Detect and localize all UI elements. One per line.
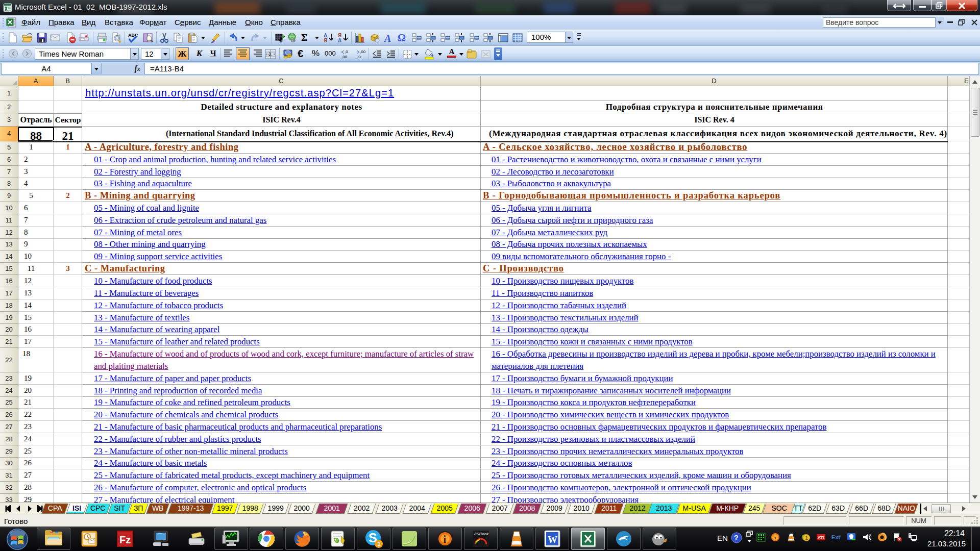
svg-text:,00: ,00 (341, 55, 348, 59)
svg-text:?: ? (734, 534, 739, 542)
svg-text:A: A (383, 33, 391, 43)
svg-text:А: А (338, 38, 341, 43)
svg-text:1: 1 (378, 541, 381, 547)
svg-text:,0: ,0 (357, 55, 361, 59)
svg-text:i: i (444, 534, 447, 545)
svg-text:Ext²: Ext² (831, 534, 841, 540)
svg-text:/!SRock: /!SRock (474, 532, 489, 536)
svg-text:ATI: ATI (818, 535, 825, 540)
svg-text:€: € (279, 37, 282, 43)
svg-text:Fz: Fz (119, 534, 131, 545)
svg-text:,00: ,00 (360, 49, 366, 54)
svg-text:1: 1 (805, 535, 808, 541)
svg-text:W: W (548, 534, 557, 545)
svg-text:,0: ,0 (345, 49, 348, 54)
svg-text:Я: Я (324, 38, 327, 43)
svg-text:a: a (268, 51, 272, 57)
svg-text:i: i (774, 534, 776, 540)
